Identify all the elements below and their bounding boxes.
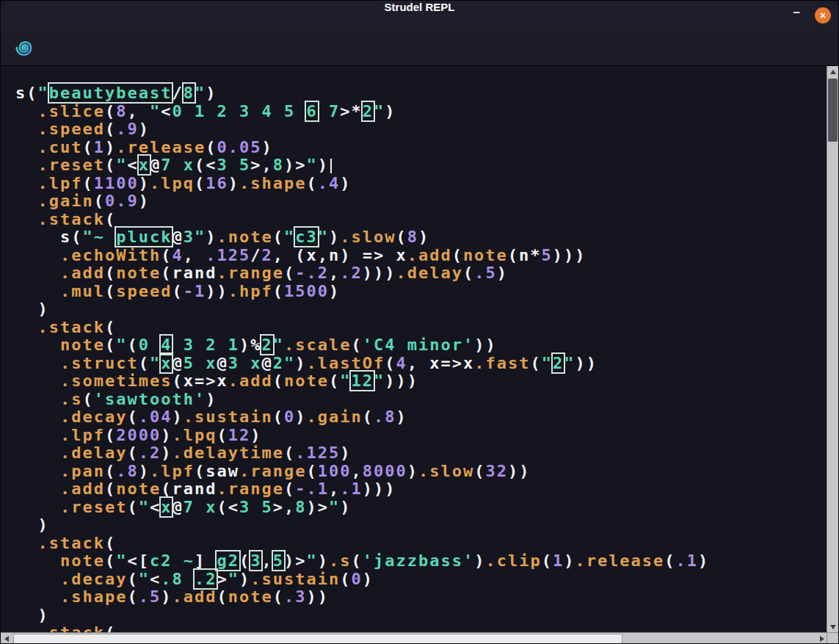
- code-line[interactable]: .delay(.2).delaytime(.125): [15, 444, 828, 463]
- code-token: )): [575, 354, 598, 372]
- code-token: [15, 282, 60, 300]
- code-line[interactable]: .pan(.8).lpf(saw.range(100,8000).slow(32…: [15, 463, 828, 481]
- code-token: @: [217, 354, 228, 372]
- close-button[interactable]: ×: [815, 7, 831, 23]
- code-line[interactable]: .stack(: [15, 319, 828, 337]
- code-line[interactable]: s("beautybeast/8"): [15, 84, 828, 103]
- code-token: @: [150, 156, 161, 174]
- code-token: (: [306, 174, 317, 192]
- code-line[interactable]: note("<[c2 ~] g2(3,5)>").s('jazzbass').c…: [15, 552, 828, 571]
- code-token: (: [195, 156, 206, 174]
- code-line[interactable]: ): [15, 300, 828, 319]
- code-line[interactable]: .stack(: [15, 535, 828, 553]
- code-token: [15, 354, 60, 372]
- code-token: .scale: [284, 336, 351, 354]
- code-line[interactable]: .sometimes(x=>x.add(note("12"))): [15, 372, 828, 391]
- code-line[interactable]: .add(note(rand.range(-.1,.1))): [15, 480, 828, 499]
- code-token: [15, 174, 38, 192]
- code-token: ): [295, 354, 306, 372]
- code-line[interactable]: .slice(8, "<0 1 2 3 4 5 6 7>*2"): [15, 103, 828, 121]
- code-line[interactable]: .decay(.04).sustain(0).gain(.8): [15, 408, 828, 427]
- code-line[interactable]: .lpf(2000).lpq(12): [15, 427, 828, 445]
- code-token: rand: [172, 480, 217, 498]
- code-line[interactable]: s("~ pluck@3").note("c3").slow(8): [15, 228, 828, 247]
- code-line[interactable]: .struct("x@5 x@3 x@2").lastOf(4, x=>x.fa…: [15, 355, 828, 373]
- code-token: (: [105, 534, 116, 552]
- code-token: .8: [374, 408, 396, 426]
- code-token: 5: [184, 354, 206, 372]
- code-line[interactable]: .add(note(rand.range(-.2,.2))).delay(.5): [15, 264, 828, 283]
- code-token: ": [329, 498, 340, 516]
- code-editor[interactable]: s("beautybeast/8") .slice(8, "<0 1 2 3 4…: [1, 66, 828, 633]
- code-token: (: [105, 462, 116, 480]
- code-token: ": [195, 84, 206, 102]
- code-line[interactable]: note("(0 4 3 2 1)%2".scale('C4 minor')): [15, 336, 828, 355]
- scroll-down-button[interactable]: [827, 621, 839, 633]
- horizontal-scrollbar[interactable]: [1, 632, 828, 644]
- vertical-scrollbar[interactable]: [827, 66, 838, 633]
- scroll-left-button[interactable]: [1, 633, 12, 644]
- code-token: 3: [184, 228, 195, 246]
- vertical-scroll-thumb[interactable]: [828, 79, 838, 142]
- code-token: , (x,n) => x: [273, 246, 407, 264]
- code-line[interactable]: .gain(0.9): [15, 192, 828, 211]
- code-line[interactable]: .lpf(1100).lpq(16).shape(.4): [15, 175, 828, 193]
- code-token: (: [161, 246, 172, 264]
- code-line[interactable]: .reset("<x@7 x(<3 5>,8)>"): [15, 499, 828, 517]
- horizontal-scroll-thumb[interactable]: [13, 634, 622, 644]
- code-line[interactable]: .speed(.9): [15, 120, 828, 139]
- code-token: ": [150, 102, 161, 120]
- code-token: .stack: [38, 318, 105, 336]
- triangle-down-icon: [830, 625, 836, 629]
- code-token: <: [228, 498, 239, 516]
- code-token: [15, 444, 60, 462]
- code-token: .2: [139, 444, 161, 462]
- strudel-logo-icon[interactable]: [14, 37, 36, 59]
- code-line[interactable]: .mul(speed(-1)).hpf(1500): [15, 283, 828, 301]
- code-token: .125: [206, 246, 250, 264]
- code-token: ~: [94, 228, 117, 246]
- code-token: .add: [172, 587, 217, 606]
- titlebar[interactable]: Strudel REPL – ×: [1, 1, 838, 30]
- code-token: .slice: [38, 102, 105, 120]
- code-line[interactable]: ): [15, 607, 828, 625]
- code-line[interactable]: .reset("<x@7 x(<3 5>,8)>"): [15, 156, 828, 175]
- code-line[interactable]: .cut(1).release(0.05): [15, 139, 828, 157]
- code-token: [15, 551, 60, 570]
- active-token: 4: [161, 336, 172, 354]
- code-line[interactable]: .stack(: [15, 211, 828, 229]
- code-token: .lastOf: [306, 354, 385, 372]
- code-token: (: [452, 246, 463, 264]
- code-token: )): [206, 282, 228, 300]
- code-token: ": [542, 354, 553, 372]
- code-token: ))): [363, 480, 396, 498]
- code-line[interactable]: .shape(.5).add(note(.3)): [15, 588, 828, 607]
- code-token: .lpf: [150, 462, 195, 480]
- window-controls: – ×: [791, 1, 831, 30]
- code-token: ": [340, 372, 351, 390]
- code-line[interactable]: .decay("<.8 .2>").sustain(0): [15, 571, 828, 589]
- code-token: 1: [553, 551, 564, 570]
- code-token: >: [273, 498, 284, 516]
- code-token: <: [150, 570, 161, 588]
- code-token: .slow: [418, 462, 474, 480]
- code-token: 'jazzbass': [363, 551, 474, 570]
- text-caret: [330, 159, 332, 173]
- code-token: .9: [116, 120, 139, 138]
- code-token: (: [206, 138, 217, 156]
- code-line[interactable]: .s('sawtooth'): [15, 391, 828, 409]
- code-token: (: [273, 587, 284, 606]
- code-token: (: [474, 462, 485, 480]
- code-token: [15, 102, 38, 120]
- minimize-button[interactable]: –: [791, 9, 803, 22]
- triangle-right-icon: [820, 636, 824, 642]
- code-token: note: [228, 587, 273, 606]
- code-token: <: [127, 156, 138, 174]
- code-token: .delay: [396, 264, 462, 282]
- scroll-up-button[interactable]: [827, 66, 839, 78]
- code-token: ,: [329, 480, 340, 498]
- code-line[interactable]: .echoWith(4, .125/2, (x,n) => x.add(note…: [15, 247, 828, 265]
- code-line[interactable]: ): [15, 516, 828, 535]
- code-token: ): [206, 228, 217, 246]
- code-token: ): [15, 300, 49, 318]
